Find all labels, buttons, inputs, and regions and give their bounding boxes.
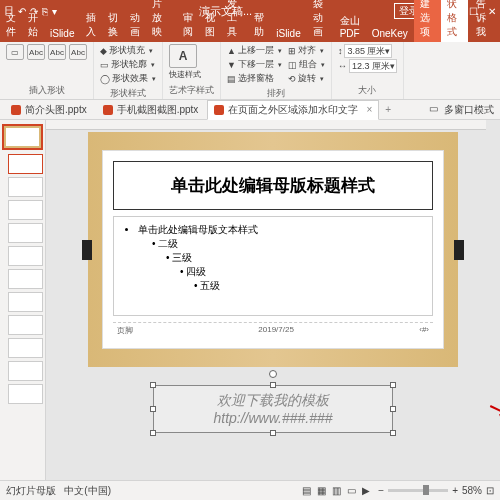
group-shape-style: ◆形状填充 ▭形状轮廓 ◯形状效果 形状样式: [94, 42, 163, 99]
normal-view-icon[interactable]: ▦: [317, 485, 326, 496]
tab-onekey[interactable]: OneKey: [366, 25, 414, 42]
tab-transition[interactable]: 切换: [102, 8, 124, 42]
shape-effects-button[interactable]: ◯形状效果: [100, 72, 156, 85]
zoom-slider[interactable]: [388, 489, 448, 492]
tab-insert[interactable]: 插入: [80, 8, 102, 42]
zoom-out-icon[interactable]: −: [378, 485, 384, 496]
resize-handle[interactable]: [270, 382, 276, 388]
align-button[interactable]: ⊞对齐: [288, 44, 325, 57]
document-tabs: 简介头图.pptx 手机截图截图.pptx 在页面之外区域添加水印文字× + ▭…: [0, 100, 500, 120]
footer-page: ‹#›: [419, 325, 429, 336]
slide-footer: 页脚 2019/7/25 ‹#›: [113, 322, 433, 338]
sorter-view-icon[interactable]: ▥: [332, 485, 341, 496]
slideshow-icon[interactable]: ▶: [362, 485, 370, 496]
shape-preset[interactable]: Abc: [69, 44, 87, 60]
annotation-arrow-icon: ↘: [484, 392, 500, 425]
notes-icon[interactable]: ▤: [302, 485, 311, 496]
layout-thumbnail[interactable]: [8, 177, 43, 197]
slide-background: 单击此处编辑母版标题样式 单击此处编辑母版文本样式 二级 三级 四级 五级: [88, 132, 458, 367]
slide-canvas[interactable]: 单击此处编辑母版标题样式 单击此处编辑母版文本样式 二级 三级 四级 五级: [46, 120, 500, 480]
workspace: 单击此处编辑母版标题样式 单击此处编辑母版文本样式 二级 三级 四级 五级: [0, 120, 500, 480]
ribbon-tabs: 文件 开始 iSlide 插入 切换 动画 幻灯片放映 审阅 视图 开发工具 帮…: [0, 22, 500, 42]
resize-handle[interactable]: [150, 382, 156, 388]
layout-thumbnail[interactable]: [8, 361, 43, 381]
layout-thumbnail[interactable]: [8, 338, 43, 358]
tab-new[interactable]: 新建选项: [414, 0, 441, 42]
zoom-level[interactable]: 58%: [462, 485, 482, 496]
layout-thumbnail[interactable]: [8, 292, 43, 312]
shape-preset[interactable]: Abc: [48, 44, 66, 60]
tab-file[interactable]: 文件: [0, 8, 22, 42]
selection-pane-button[interactable]: ▤选择窗格: [227, 72, 282, 85]
width-input[interactable]: 12.3 厘米▾: [349, 59, 397, 73]
quick-style-button[interactable]: A: [169, 44, 197, 68]
resize-handle[interactable]: [150, 430, 156, 436]
master-thumbnail[interactable]: [2, 124, 43, 150]
resize-handle[interactable]: [270, 430, 276, 436]
ppt-icon: [103, 105, 113, 115]
tab-view[interactable]: 视图: [199, 8, 221, 42]
horizontal-ruler: [46, 120, 486, 130]
layout-thumbnail[interactable]: [8, 315, 43, 335]
layout-thumbnail[interactable]: [8, 200, 43, 220]
shape-preset[interactable]: Abc: [27, 44, 45, 60]
layout-thumbnail[interactable]: [8, 246, 43, 266]
tab-animation[interactable]: 动画: [124, 8, 146, 42]
add-tab-icon[interactable]: +: [385, 104, 391, 115]
shape-fill-button[interactable]: ◆形状填充: [100, 44, 156, 57]
slide-master[interactable]: 单击此处编辑母版标题样式 单击此处编辑母版文本样式 二级 三级 四级 五级: [102, 150, 444, 349]
tab-help[interactable]: 帮助: [248, 8, 270, 42]
group-label: 艺术字样式: [169, 84, 214, 97]
tab-slideshow[interactable]: 幻灯片放映: [146, 0, 177, 42]
send-backward-button[interactable]: ▼下移一层: [227, 58, 282, 71]
rotate-handle[interactable]: [269, 370, 277, 378]
reading-view-icon[interactable]: ▭: [347, 485, 356, 496]
layout-thumbnail[interactable]: [8, 154, 43, 174]
doc-tab[interactable]: 手机截图截图.pptx: [96, 100, 206, 120]
watermark-line2: http://www.###.###: [160, 410, 386, 426]
title-placeholder[interactable]: 单击此处编辑母版标题样式: [113, 161, 433, 210]
watermark-line1: 欢迎下载我的模板: [160, 392, 386, 410]
height-input[interactable]: 3.85 厘米▾: [344, 44, 392, 58]
shape-outline-button[interactable]: ▭形状轮廓: [100, 58, 156, 71]
window-arrange-icon[interactable]: ▭: [429, 103, 438, 117]
doc-tab[interactable]: 简介头图.pptx: [4, 100, 94, 120]
doc-tab-active[interactable]: 在页面之外区域添加水印文字×: [207, 100, 379, 120]
group-button[interactable]: ◫组合: [288, 58, 325, 71]
ppt-icon: [214, 105, 224, 115]
selected-textbox[interactable]: 欢迎下载我的模板 http://www.###.###: [153, 385, 393, 433]
thumbnail-panel: [0, 120, 46, 480]
tab-islide[interactable]: iSlide: [44, 25, 80, 42]
shape-preset[interactable]: ▭: [6, 44, 24, 60]
footer-date: 2019/7/25: [258, 325, 294, 336]
tab-islide2[interactable]: iSlide: [270, 25, 306, 42]
resize-handle[interactable]: [390, 406, 396, 412]
resize-handle[interactable]: [150, 406, 156, 412]
layout-thumbnail[interactable]: [8, 223, 43, 243]
bring-forward-button[interactable]: ▲上移一层: [227, 44, 282, 57]
tab-home[interactable]: 开始: [22, 8, 44, 42]
tab-pocket[interactable]: 口袋动画: [307, 0, 334, 42]
tab-devtools[interactable]: 开发工具: [221, 0, 248, 42]
zoom-in-icon[interactable]: +: [452, 485, 458, 496]
group-arrange: ▲上移一层 ▼下移一层 ▤选择窗格 ⊞对齐 ◫组合 ⟲旋转 排列: [221, 42, 332, 99]
multiwindow-button[interactable]: 多窗口模式: [444, 103, 494, 117]
tab-pdf[interactable]: 金山PDF: [334, 11, 366, 42]
fit-window-icon[interactable]: ⊡: [486, 485, 494, 496]
resize-handle[interactable]: [390, 382, 396, 388]
tab-close-icon[interactable]: ×: [366, 104, 372, 115]
footer-text: 页脚: [117, 325, 133, 336]
tab-shape-format[interactable]: 形状格式: [441, 0, 468, 42]
tell-me[interactable]: ☺ 告诉我: [468, 0, 500, 42]
width-icon: ↔: [338, 61, 347, 71]
ribbon: ▭ Abc Abc Abc 插入形状 ◆形状填充 ▭形状轮廓 ◯形状效果 形状样…: [0, 42, 500, 100]
status-lang[interactable]: 中文(中国): [64, 485, 111, 496]
layout-thumbnail[interactable]: [8, 269, 43, 289]
layout-thumbnail[interactable]: [8, 384, 43, 404]
group-label: 排列: [227, 87, 325, 100]
ppt-icon: [11, 105, 21, 115]
resize-handle[interactable]: [390, 430, 396, 436]
tab-review[interactable]: 审阅: [177, 8, 199, 42]
rotate-button[interactable]: ⟲旋转: [288, 72, 325, 85]
content-placeholder[interactable]: 单击此处编辑母版文本样式 二级 三级 四级 五级: [113, 216, 433, 316]
